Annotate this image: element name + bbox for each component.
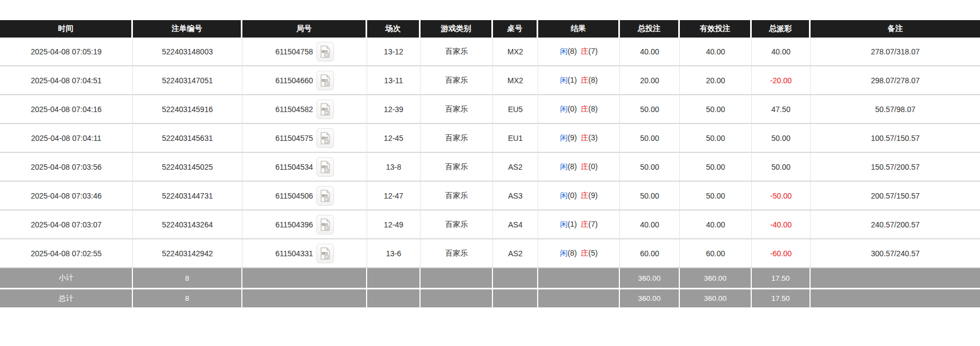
video-replay-button[interactable]	[316, 157, 334, 177]
bet-history-table: 时间 注单编号 局号 场次 游戏类别 桌号 结果 总投注 有效投注 总派彩 备注…	[0, 20, 980, 307]
cell-time: 2025-04-08 07:04:16	[0, 95, 133, 124]
grand-total-valid-bet: 360.00	[680, 288, 752, 307]
table-row: 2025-04-08 07:04:11522403145631611504575…	[0, 124, 980, 153]
video-replay-button[interactable]	[316, 128, 334, 148]
result-banker-label: 庄	[581, 249, 588, 257]
result-banker-label: 庄	[581, 133, 588, 142]
cell-remark: 298.07/278.07	[811, 66, 980, 95]
cell-session: 12-45	[367, 124, 421, 153]
header-payout: 总派彩	[752, 20, 811, 38]
result-banker-points: (8)	[588, 104, 598, 113]
video-file-icon	[320, 132, 331, 145]
cell-table-no: EU5	[493, 95, 538, 124]
cell-remark: 200.57/150.57	[811, 182, 980, 211]
video-file-icon	[320, 45, 331, 58]
grand-total-row: 总计 8 360.00 360.00 17.50	[0, 288, 980, 307]
video-file-icon	[320, 74, 331, 87]
table-row: 2025-04-08 07:02:55522403142942611504331…	[0, 239, 980, 268]
result-banker-points: (8)	[588, 76, 598, 84]
table-row: 2025-04-08 07:04:51522403147051611504660…	[0, 66, 980, 95]
round-number: 611504575	[275, 134, 313, 143]
round-number: 611504582	[275, 105, 313, 114]
cell-valid-bet: 50.00	[680, 124, 752, 153]
cell-result: 闲(0)庄(8)	[538, 95, 620, 124]
cell-session: 12-49	[367, 211, 421, 239]
table-header-row: 时间 注单编号 局号 场次 游戏类别 桌号 结果 总投注 有效投注 总派彩 备注	[0, 20, 980, 38]
cell-total-bet: 40.00	[620, 211, 680, 239]
cell-total-bet: 50.00	[620, 95, 680, 124]
subtotal-label: 小计	[0, 268, 133, 288]
cell-session: 13-11	[367, 66, 421, 95]
cell-remark: 278.07/318.07	[811, 38, 980, 66]
header-result: 结果	[538, 20, 620, 38]
video-replay-button[interactable]	[316, 42, 334, 61]
cell-round-no: 611504582	[242, 95, 367, 124]
result-banker-label: 庄	[581, 191, 588, 200]
result-player-label: 闲	[560, 162, 568, 171]
cell-table-no: AS2	[493, 239, 538, 268]
video-file-icon	[320, 189, 331, 202]
video-replay-button[interactable]	[316, 100, 334, 119]
video-replay-button[interactable]	[316, 244, 334, 263]
table-row: 2025-04-08 07:03:07522403143264611504396…	[0, 211, 980, 239]
cell-bet-id: 522403147051	[133, 66, 242, 95]
cell-round-no: 611504534	[242, 153, 367, 182]
grand-total-label: 总计	[0, 288, 133, 307]
header-time: 时间	[0, 20, 133, 38]
cell-game-type: 百家乐	[421, 124, 493, 153]
video-replay-button[interactable]	[316, 71, 334, 90]
cell-remark: 100.57/150.57	[811, 124, 980, 153]
result-banker-points: (7)	[588, 47, 598, 55]
cell-session: 13-8	[367, 153, 421, 182]
cell-session: 12-39	[367, 95, 421, 124]
header-table-no: 桌号	[493, 20, 538, 38]
cell-round-no: 611504506	[242, 182, 367, 211]
result-player-points: (8)	[568, 249, 577, 257]
result-player-points: (1)	[568, 76, 577, 84]
cell-time: 2025-04-08 07:03:07	[0, 211, 133, 239]
result-banker-points: (5)	[588, 249, 598, 257]
cell-table-no: MX2	[493, 66, 538, 95]
cell-table-no: MX2	[493, 38, 538, 66]
cell-table-no: AS3	[493, 182, 538, 211]
cell-game-type: 百家乐	[421, 153, 493, 182]
table-row: 2025-04-08 07:04:16522403145916611504582…	[0, 95, 980, 124]
cell-session: 13-6	[367, 239, 421, 268]
result-player-points: (1)	[568, 220, 577, 228]
cell-game-type: 百家乐	[421, 66, 493, 95]
cell-time: 2025-04-08 07:05:19	[0, 38, 133, 66]
grand-total-total-bet: 360.00	[620, 288, 680, 307]
cell-valid-bet: 40.00	[680, 38, 752, 66]
result-banker-label: 庄	[581, 76, 588, 84]
cell-payout: 40.00	[752, 38, 811, 66]
video-replay-button[interactable]	[316, 186, 334, 206]
result-player-points: (8)	[568, 47, 577, 55]
cell-time: 2025-04-08 07:03:46	[0, 182, 133, 211]
cell-payout: 47.50	[752, 95, 811, 124]
header-valid-bet: 有效投注	[680, 20, 752, 38]
round-number: 611504331	[275, 249, 313, 258]
result-player-label: 闲	[560, 133, 568, 142]
result-banker-label: 庄	[581, 47, 588, 55]
header-bet-id: 注单编号	[133, 20, 242, 38]
cell-payout: -40.00	[752, 211, 811, 239]
cell-bet-id: 522403143264	[133, 211, 242, 239]
result-banker-points: (7)	[588, 220, 598, 228]
result-banker-points: (0)	[588, 162, 598, 171]
cell-time: 2025-04-08 07:04:51	[0, 66, 133, 95]
video-file-icon	[320, 103, 331, 116]
cell-payout: -20.00	[752, 66, 811, 95]
cell-bet-id: 522403144731	[133, 182, 242, 211]
cell-session: 12-47	[367, 182, 421, 211]
video-file-icon	[320, 218, 331, 231]
cell-valid-bet: 20.00	[680, 66, 752, 95]
result-player-points: (0)	[568, 191, 577, 200]
video-replay-button[interactable]	[316, 215, 334, 234]
cell-session: 13-12	[367, 38, 421, 66]
round-number: 611504660	[275, 76, 313, 85]
cell-time: 2025-04-08 07:02:55	[0, 239, 133, 268]
result-player-points: (0)	[568, 104, 577, 113]
cell-game-type: 百家乐	[421, 95, 493, 124]
cell-valid-bet: 50.00	[680, 95, 752, 124]
cell-payout: -60.00	[752, 239, 811, 268]
